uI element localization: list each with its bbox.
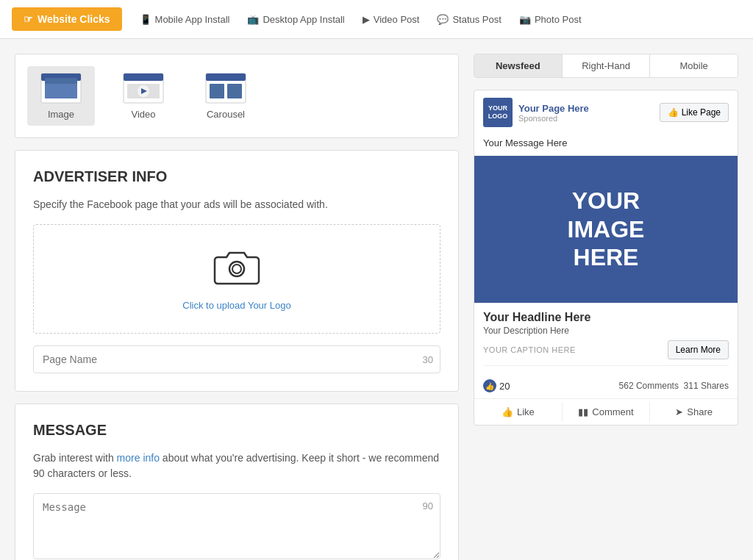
camera-icon — [213, 247, 260, 292]
fb-logo: YOURLOGO — [483, 98, 513, 127]
image-format-label: Image — [48, 109, 74, 120]
preview-tabs: Newsfeed Right-Hand Mobile — [474, 54, 738, 78]
message-title: MESSAGE — [33, 422, 440, 439]
like-thumb-icon: 👍 — [483, 379, 496, 392]
main-layout: Image Video — [0, 39, 753, 560]
upload-label: Click to upload Your Logo — [182, 300, 290, 311]
video-icon: ▶ — [363, 14, 370, 25]
mobile-app-install-nav[interactable]: 📱 Mobile App Install — [140, 14, 230, 25]
fb-description: Your Description Here — [483, 326, 729, 336]
svg-rect-3 — [45, 84, 77, 98]
message-description: Grab interest with more info about what … — [33, 450, 440, 481]
photo-icon: 📷 — [519, 14, 531, 25]
comment-action-icon: ▮▮ — [578, 406, 588, 417]
tab-right-hand[interactable]: Right-Hand — [563, 54, 651, 77]
format-video[interactable]: Video — [110, 66, 177, 126]
left-panel: Image Video — [15, 54, 459, 560]
format-image[interactable]: Image — [27, 66, 95, 126]
desktop-app-install-nav[interactable]: 📺 Desktop App Install — [247, 14, 344, 25]
message-char-count: 90 — [423, 500, 433, 511]
right-panel: Newsfeed Right-Hand Mobile YOURLOGO Your… — [474, 54, 738, 560]
fb-engagement: 👍 20 562 Comments 311 Shares — [474, 373, 738, 399]
fb-image-placeholder: YOURIMAGEHERE — [474, 156, 738, 303]
top-navigation: ☞ Website Clicks 📱 Mobile App Install 📺 … — [0, 0, 753, 39]
fb-share-action[interactable]: ➤ Share — [650, 402, 738, 422]
image-format-icon — [39, 72, 83, 104]
advertiser-info-card: ADVERTISER INFO Specify the Facebook pag… — [15, 150, 459, 392]
fb-likes-count: 20 — [499, 381, 510, 392]
thumbs-up-icon: 👍 — [668, 107, 679, 118]
fb-like-page-button[interactable]: 👍 Like Page — [660, 103, 729, 122]
website-clicks-nav-button[interactable]: ☞ Website Clicks — [12, 7, 122, 31]
share-action-icon: ➤ — [675, 406, 683, 417]
fb-like-action[interactable]: 👍 Like — [474, 402, 563, 422]
facebook-preview: YOURLOGO Your Page Here Sponsored 👍 Like… — [474, 90, 738, 426]
fb-caption-row: YOUR CAPTION HERE Learn More — [483, 340, 729, 366]
fb-page-details: Your Page Here Sponsored — [518, 103, 589, 123]
fb-page-name: Your Page Here — [518, 103, 589, 114]
fb-social-stats: 562 Comments 311 Shares — [619, 381, 729, 391]
page-name-char-count: 30 — [423, 354, 433, 365]
page-name-row: 30 — [33, 345, 440, 373]
tab-newsfeed[interactable]: Newsfeed — [474, 54, 563, 77]
fb-learn-more-button[interactable]: Learn More — [668, 340, 729, 359]
video-post-nav[interactable]: ▶ Video Post — [363, 14, 420, 25]
fb-page-info: YOURLOGO Your Page Here Sponsored — [483, 98, 589, 127]
carousel-format-icon — [204, 72, 248, 104]
svg-point-14 — [232, 265, 241, 273]
status-post-nav[interactable]: 💬 Status Post — [437, 14, 501, 25]
advertiser-info-description: Specify the Facebook page that your ads … — [33, 197, 440, 212]
fb-comment-action[interactable]: ▮▮ Comment — [563, 402, 651, 422]
page-name-input[interactable] — [33, 345, 440, 373]
desktop-icon: 📺 — [247, 14, 259, 25]
svg-rect-12 — [227, 84, 242, 98]
fb-likes: 👍 20 — [483, 379, 510, 392]
fb-actions: 👍 Like ▮▮ Comment ➤ Share — [474, 399, 738, 425]
like-action-icon: 👍 — [502, 406, 513, 417]
message-textarea[interactable] — [33, 493, 440, 559]
svg-rect-11 — [210, 84, 224, 98]
video-format-label: Video — [131, 109, 155, 120]
status-icon: 💬 — [437, 14, 449, 25]
cursor-icon: ☞ — [24, 13, 33, 25]
advertiser-info-title: ADVERTISER INFO — [33, 168, 440, 185]
svg-rect-5 — [124, 73, 163, 81]
mobile-icon: 📱 — [140, 14, 151, 25]
fb-sponsored: Sponsored — [518, 114, 589, 123]
fb-header: YOURLOGO Your Page Here Sponsored 👍 Like… — [474, 90, 738, 134]
logo-upload-area[interactable]: Click to upload Your Logo — [33, 224, 440, 334]
fb-shares: 311 Shares — [684, 381, 729, 391]
format-carousel[interactable]: Carousel — [192, 66, 260, 126]
photo-post-nav[interactable]: 📷 Photo Post — [519, 14, 582, 25]
fb-message-preview: Your Message Here — [474, 134, 738, 156]
message-textarea-row: 90 — [33, 493, 440, 560]
fb-caption: YOUR CAPTION HERE — [483, 345, 576, 354]
message-card: MESSAGE Grab interest with more info abo… — [15, 403, 459, 560]
format-selector: Image Video — [15, 54, 459, 138]
fb-headline: Your Headline Here — [483, 311, 729, 324]
tab-mobile[interactable]: Mobile — [650, 54, 738, 77]
carousel-format-label: Carousel — [207, 109, 245, 120]
fb-content: Your Headline Here Your Description Here… — [474, 303, 738, 373]
more-info-link[interactable]: more info — [117, 452, 160, 464]
video-format-icon — [121, 72, 165, 104]
svg-rect-10 — [206, 73, 246, 81]
fb-comments: 562 Comments — [619, 381, 679, 391]
